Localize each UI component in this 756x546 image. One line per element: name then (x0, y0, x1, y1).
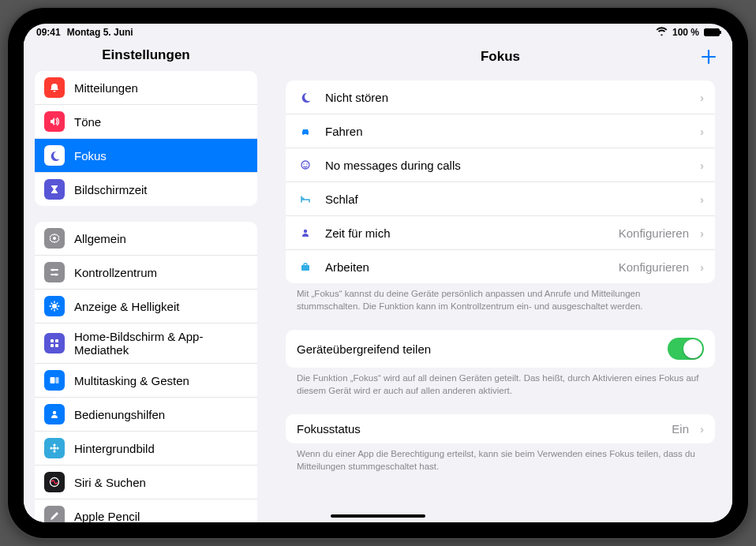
focus-mode-row[interactable]: No messages during calls› (286, 148, 715, 181)
status-date: Montag 5. Juni (67, 27, 133, 38)
sidebar-item-anzeige-helligkeit[interactable]: Anzeige & Helligkeit (35, 289, 257, 323)
siri-icon (44, 472, 65, 492)
squares-icon (44, 370, 65, 391)
svg-point-29 (304, 230, 307, 233)
sidebar-item-hintergrundbild[interactable]: Hintergrundbild (35, 431, 257, 465)
screen: 09:41 Montag 5. Juni 100 % Einstellungen… (24, 24, 732, 522)
sidebar-item-label: Anzeige & Helligkeit (74, 300, 179, 313)
sidebar-item-label: Siri & Suchen (74, 476, 146, 489)
sidebar-item-siri-suchen[interactable]: Siri & Suchen (35, 465, 257, 499)
sidebar-item-bedienungshilfen[interactable]: Bedienungshilfen (35, 397, 257, 431)
sidebar-item-label: Kontrollzentrum (74, 266, 157, 279)
status-value: Ein (672, 422, 689, 436)
sidebar-item-label: Apple Pencil (74, 510, 140, 523)
chevron-right-icon: › (700, 193, 704, 206)
svg-rect-8 (51, 344, 54, 347)
status-group: Fokusstatus Ein › (286, 414, 715, 443)
moon-icon (44, 145, 65, 166)
focus-mode-label: Arbeiten (325, 260, 608, 274)
person-icon (297, 224, 314, 241)
focus-mode-row[interactable]: Schlaf› (286, 181, 715, 215)
sidebar-item-fokus[interactable]: Fokus (35, 138, 257, 172)
sidebar-item-t-ne[interactable]: Töne (35, 104, 257, 138)
sidebar-item-bildschirmzeit[interactable]: Bildschirmzeit (35, 172, 257, 206)
sidebar-item-label: Fokus (74, 149, 107, 163)
sun-icon (44, 296, 65, 316)
svg-rect-11 (56, 377, 59, 383)
sidebar-item-multitasking-gesten[interactable]: Multitasking & Gesten (35, 363, 257, 397)
sidebar-item-label: Bildschirmzeit (74, 183, 148, 196)
pencil-icon (44, 506, 65, 522)
sidebar-item-apple-pencil[interactable]: Apple Pencil (35, 499, 257, 522)
share-across-devices-row[interactable]: Geräteübergreifend teilen (286, 330, 715, 368)
svg-point-16 (50, 447, 52, 449)
focus-mode-value: Konfigurieren (619, 260, 689, 274)
focus-mode-label: Schlaf (325, 193, 689, 206)
settings-sidebar: Einstellungen MitteilungenTöneFokusBilds… (24, 41, 268, 522)
focus-mode-row[interactable]: Nicht stören› (286, 80, 715, 114)
chevron-right-icon: › (700, 125, 704, 138)
sidebar-item-label: Bedienungshilfen (74, 408, 165, 421)
focus-mode-row[interactable]: Fahren› (286, 114, 715, 148)
svg-point-25 (307, 133, 309, 135)
share-group: Geräteübergreifend teilen (286, 330, 715, 368)
battery-icon (704, 28, 720, 36)
moon-icon (297, 88, 314, 106)
sidebar-item-label: Allgemein (74, 232, 126, 245)
gear-icon (44, 228, 65, 249)
svg-point-0 (53, 237, 56, 240)
sidebar-item-kontrollzentrum[interactable]: Kontrollzentrum (35, 255, 257, 289)
speaker-icon (44, 111, 65, 132)
focus-status-row[interactable]: Fokusstatus Ein › (286, 414, 715, 443)
hourglass-icon (44, 179, 65, 200)
car-icon (297, 122, 314, 140)
chevron-right-icon: › (700, 91, 704, 104)
focus-mode-row[interactable]: Zeit für michKonfigurieren› (286, 215, 715, 249)
sidebar-group-1: MitteilungenTöneFokusBildschirmzeit (35, 71, 257, 206)
flower-icon (44, 438, 65, 458)
grid-icon (44, 333, 65, 353)
sidebar-title: Einstellungen (24, 41, 268, 71)
svg-point-4 (54, 273, 57, 275)
focus-mode-row[interactable]: ArbeitenKonfigurieren› (286, 249, 715, 283)
detail-scroll[interactable]: Nicht stören›Fahren›No messages during c… (268, 76, 732, 522)
battery-text: 100 % (672, 27, 699, 38)
focus-mode-label: Nicht stören (325, 91, 689, 104)
share-toggle[interactable] (668, 338, 704, 360)
svg-point-24 (303, 133, 305, 135)
svg-rect-30 (301, 265, 309, 271)
detail-title: Fokus (481, 49, 520, 65)
svg-point-15 (53, 450, 55, 452)
sidebar-item-label: Multitasking & Gesten (74, 374, 189, 387)
add-focus-button[interactable] (698, 46, 720, 68)
sidebar-scroll[interactable]: MitteilungenTöneFokusBildschirmzeit Allg… (24, 71, 268, 522)
focus-footer-text: Mit „Fokus“ kannst du deine Geräte persö… (286, 283, 715, 312)
sidebar-group-2: AllgemeinKontrollzentrumAnzeige & Hellig… (35, 222, 257, 522)
ipad-frame: 09:41 Montag 5. Juni 100 % Einstellungen… (8, 8, 748, 538)
focus-mode-label: Zeit für mich (325, 226, 608, 240)
sidebar-item-allgemein[interactable]: Allgemein (35, 222, 257, 255)
sliders-icon (44, 262, 65, 282)
svg-point-28 (306, 163, 308, 165)
svg-rect-10 (51, 377, 55, 383)
focus-mode-group: Nicht stören›Fahren›No messages during c… (286, 80, 715, 283)
svg-point-17 (56, 447, 58, 449)
sidebar-item-home-bildschirm-app-mediathek[interactable]: Home-Bildschirm & App-Mediathek (35, 323, 257, 363)
focus-mode-label: No messages during calls (325, 159, 689, 172)
svg-point-3 (51, 268, 54, 271)
chevron-right-icon: › (700, 226, 704, 240)
detail-header: Fokus (268, 41, 732, 76)
person-icon (44, 404, 65, 424)
svg-point-13 (53, 447, 56, 450)
svg-rect-6 (51, 339, 54, 342)
focus-mode-label: Fahren (325, 125, 689, 138)
wifi-icon (656, 27, 668, 38)
detail-pane: Fokus Nicht stören›Fahren›No messages du… (268, 41, 732, 522)
sidebar-item-mitteilungen[interactable]: Mitteilungen (35, 71, 257, 104)
chevron-right-icon: › (700, 260, 704, 274)
svg-point-27 (303, 163, 305, 165)
status-label: Fokusstatus (297, 422, 661, 436)
status-footer-text: Wenn du einer App die Berechtigung ertei… (286, 443, 715, 473)
svg-point-5 (52, 304, 57, 309)
bell-icon (44, 77, 65, 98)
